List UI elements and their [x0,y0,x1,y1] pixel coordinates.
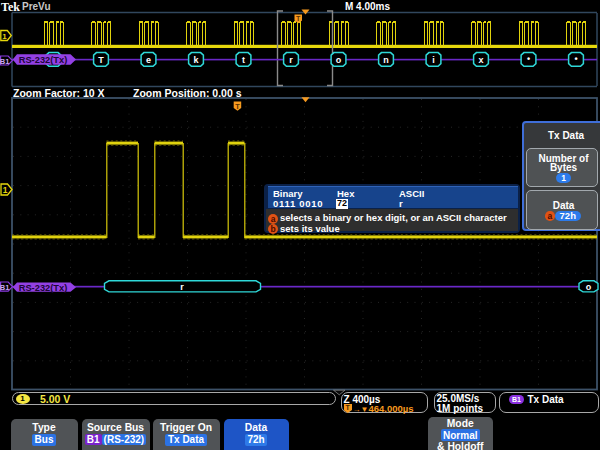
svg-text:o: o [336,55,342,65]
svg-text:T: T [296,15,301,22]
svg-text:1: 1 [3,185,8,195]
svg-text:r: r [180,282,184,292]
svg-text:•: • [527,54,530,64]
svg-text:i: i [432,55,435,65]
svg-text:t: t [242,55,245,65]
svg-text:•: • [574,54,577,64]
svg-text:n: n [383,55,389,65]
svg-text:T: T [235,102,240,111]
svg-text:x: x [478,55,483,65]
svg-text:e: e [146,55,151,65]
svg-text:T: T [98,55,104,65]
svg-text:B1: B1 [0,57,9,66]
svg-text:RS-232(Tx): RS-232(Tx) [19,283,68,293]
svg-text:1: 1 [2,32,7,41]
svg-text:o: o [586,282,592,292]
svg-text:RS-232(Tx): RS-232(Tx) [19,55,68,65]
svg-text:r: r [289,55,293,65]
svg-text:B1: B1 [0,283,9,292]
